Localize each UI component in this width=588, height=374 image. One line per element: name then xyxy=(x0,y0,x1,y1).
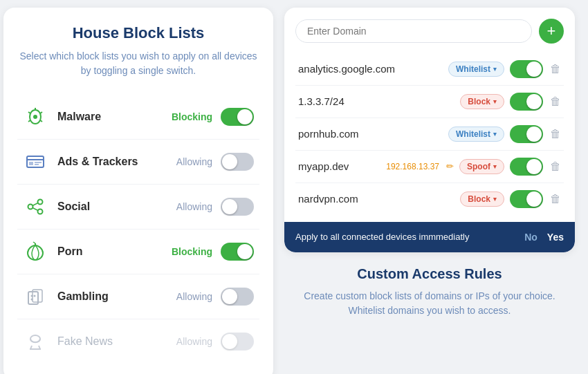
domain-input[interactable] xyxy=(295,19,532,43)
table-row: analytics.google.com Whitelist ▾ 🗑 xyxy=(295,53,564,86)
porn-toggle[interactable]: ✓ xyxy=(221,243,254,261)
malware-icon xyxy=(23,104,48,129)
svg-line-16 xyxy=(33,207,38,210)
domain-name: analytics.google.com xyxy=(298,63,443,75)
svg-point-21 xyxy=(31,294,33,297)
block-tag[interactable]: Block ▾ xyxy=(460,191,504,207)
domain-toggle[interactable] xyxy=(510,158,543,176)
delete-icon[interactable]: 🗑 xyxy=(550,63,561,75)
fake-news-toggle[interactable] xyxy=(221,333,254,350)
porn-status: Blocking xyxy=(172,246,212,257)
apply-no-button[interactable]: No xyxy=(524,232,538,243)
domain-toggle[interactable] xyxy=(510,60,543,78)
custom-access-rules-card: + analytics.google.com Whitelist ▾ 🗑 xyxy=(284,8,575,252)
apply-banner: Apply to all connected devices immmediat… xyxy=(284,222,575,252)
svg-line-18 xyxy=(33,242,35,243)
ads-trackers-toggle[interactable] xyxy=(221,153,254,171)
delete-icon[interactable]: 🗑 xyxy=(550,193,561,205)
spoof-tag[interactable]: Spoof ▾ xyxy=(459,159,504,174)
domain-ip: 192.168.13.37 xyxy=(386,162,439,171)
fake-news-status: Allowing xyxy=(176,336,212,347)
svg-line-5 xyxy=(28,120,30,122)
svg-point-12 xyxy=(28,204,33,209)
svg-line-15 xyxy=(33,203,38,205)
house-block-lists-panel: House Block Lists Select which block lis… xyxy=(3,8,273,375)
malware-status: Blocking xyxy=(172,111,212,122)
list-item-porn: Porn Blocking ✓ xyxy=(17,230,259,274)
malware-toggle[interactable]: ✓ xyxy=(221,108,254,126)
block-list-items: Malware Blocking ✓ xyxy=(17,95,259,364)
custom-rules-section: Custom Access Rules Create custom block … xyxy=(284,252,575,324)
custom-rules-title: Custom Access Rules xyxy=(295,266,564,282)
domain-name: myapp.dev xyxy=(298,160,380,172)
panel-subtitle: Select which block lists you wish to app… xyxy=(17,49,259,78)
table-row: pornhub.com Whitelist ▾ 🗑 xyxy=(295,118,564,151)
svg-rect-9 xyxy=(29,162,33,165)
gambling-label: Gambling xyxy=(57,290,176,303)
edit-icon[interactable]: ✏ xyxy=(446,161,454,171)
svg-rect-11 xyxy=(35,164,39,165)
whitelist-tag[interactable]: Whitelist ▾ xyxy=(448,127,504,142)
domain-toggle[interactable] xyxy=(510,93,543,111)
porn-icon xyxy=(23,239,48,264)
domain-name: nardvpn.com xyxy=(298,193,454,205)
list-item-fake-news: Fake News Allowing xyxy=(17,319,259,364)
domain-name: 1.3.3.7/24 xyxy=(298,95,454,107)
svg-point-22 xyxy=(31,298,33,300)
domain-toggle[interactable] xyxy=(510,125,543,143)
domain-list: analytics.google.com Whitelist ▾ 🗑 1.3.3… xyxy=(295,53,564,215)
delete-icon[interactable]: 🗑 xyxy=(550,160,561,173)
gambling-icon xyxy=(23,284,48,309)
gambling-status: Allowing xyxy=(176,291,212,302)
apply-text: Apply to all connected devices immmediat… xyxy=(295,232,524,242)
ads-trackers-icon xyxy=(23,149,48,174)
delete-icon[interactable]: 🗑 xyxy=(550,95,561,108)
block-tag[interactable]: Block ▾ xyxy=(460,94,504,109)
svg-line-3 xyxy=(40,120,42,122)
table-row: myapp.dev 192.168.13.37 ✏ Spoof ▾ 🗑 xyxy=(295,151,564,183)
list-item-malware: Malware Blocking ✓ xyxy=(17,95,259,140)
list-item-gambling: Gambling Allowing xyxy=(17,274,259,319)
apply-yes-button[interactable]: Yes xyxy=(547,232,564,243)
gambling-toggle[interactable] xyxy=(221,288,254,306)
table-row: nardvpn.com Block ▾ 🗑 xyxy=(295,183,564,215)
table-row: 1.3.3.7/24 Block ▾ 🗑 xyxy=(295,86,564,118)
domain-input-row: + xyxy=(295,19,564,44)
delete-icon[interactable]: 🗑 xyxy=(550,128,561,140)
list-item-ads-trackers: Ads & Trackers Allowing xyxy=(17,140,259,185)
social-label: Social xyxy=(57,200,176,213)
svg-line-2 xyxy=(40,112,42,113)
social-status: Allowing xyxy=(176,201,212,212)
ads-trackers-status: Allowing xyxy=(176,156,212,167)
right-panel: + analytics.google.com Whitelist ▾ 🗑 xyxy=(284,8,575,324)
list-item-social: Social Allowing xyxy=(17,185,259,230)
domain-toggle[interactable] xyxy=(510,190,543,208)
panel-title: House Block Lists xyxy=(17,24,259,42)
social-toggle[interactable] xyxy=(221,198,254,216)
fake-news-label: Fake News xyxy=(57,335,176,348)
domain-name: pornhub.com xyxy=(298,128,443,140)
porn-label: Porn xyxy=(57,245,172,258)
svg-point-13 xyxy=(38,199,43,204)
svg-point-23 xyxy=(34,294,36,297)
add-domain-button[interactable]: + xyxy=(539,19,564,44)
malware-label: Malware xyxy=(57,111,172,123)
whitelist-tag[interactable]: Whitelist ▾ xyxy=(448,62,504,77)
social-icon xyxy=(23,194,48,219)
fake-news-icon xyxy=(23,329,48,354)
ads-trackers-label: Ads & Trackers xyxy=(57,156,176,168)
svg-line-4 xyxy=(28,112,30,113)
custom-rules-description: Create custom block lists of domains or … xyxy=(295,289,564,318)
svg-point-6 xyxy=(33,115,37,119)
svg-rect-10 xyxy=(35,162,42,163)
svg-point-14 xyxy=(38,209,43,214)
